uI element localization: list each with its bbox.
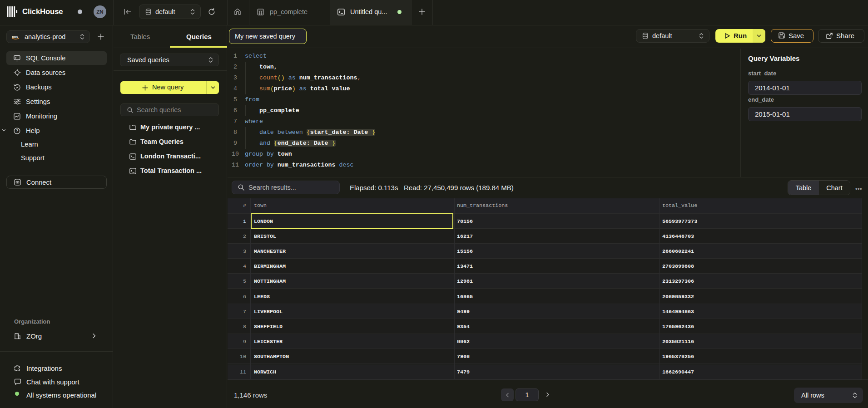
svg-text:?: ?	[16, 128, 18, 133]
svg-text:aws: aws	[12, 34, 18, 39]
